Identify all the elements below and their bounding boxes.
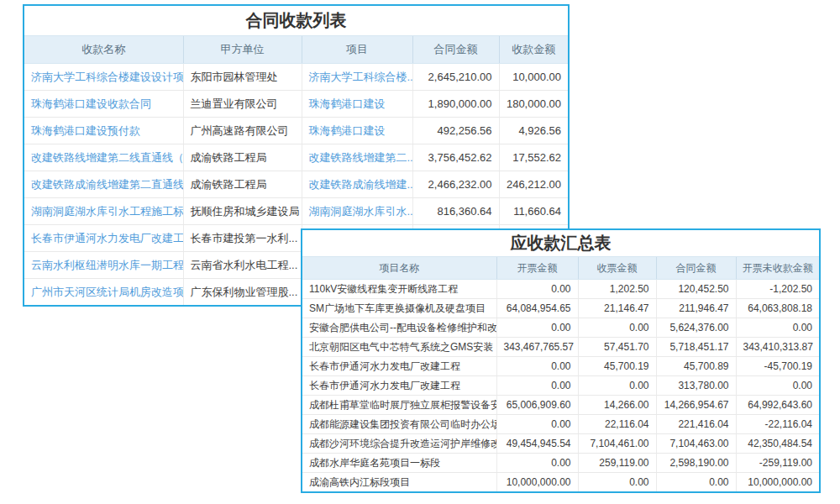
table-row: 北京朝阳区电气中芯特气系统之GMS安装343,467,765.5757,451.…	[302, 338, 819, 357]
table-cell: 0.00	[578, 473, 656, 492]
table-cell: 改建铁路线增建第二线直通线（...	[24, 144, 183, 171]
cell-link[interactable]: 改建铁路线增建第二线直通线（...	[31, 151, 183, 164]
receivables-summary-table: 项目名称 开票金额 收票金额 合同金额 开票未收款金额 110kV安徽线程集变开…	[302, 256, 819, 491]
table-cell: 14,266,954.67	[656, 396, 736, 415]
table-cell: 22,116.04	[578, 415, 656, 434]
column-header-invoiced-unpaid-amount: 开票未收款金额	[736, 257, 819, 280]
table-cell: 11,660.64	[499, 198, 568, 225]
column-header-contract-amount: 合同金额	[656, 257, 736, 280]
contract-table-title: 合同收款列表	[24, 6, 568, 35]
cell-link[interactable]: 济南大学工科综合楼建设设计项...	[31, 71, 183, 83]
summary-table-title: 应收款汇总表	[302, 230, 819, 256]
table-cell: 2,645,210.00	[412, 64, 499, 91]
table-row: 安徽合肥供电公司--配电设备检修维护和改造0.000.005,624,376.0…	[302, 318, 819, 338]
table-cell: 云南省水利水电工程...	[183, 252, 302, 279]
table-row: 济南大学工科综合楼建设设计项...东阳市园林管理处济南大学工科综合楼...2,6…	[24, 64, 568, 91]
cell-link[interactable]: 湖南洞庭湖水库引水...	[309, 205, 413, 218]
table-cell: 49,454,945.54	[496, 434, 578, 454]
table-row: 珠海鹤港口建设收款合同兰迪置业有限公司珠海鹤港口建设1,890,000.0018…	[24, 91, 568, 118]
table-cell: 10,000,000.00	[736, 473, 819, 492]
table-cell: 成渝铁路工程局	[183, 144, 302, 171]
table-row: 长春市伊通河水力发电厂改建工程0.000.00313,780.000.00	[302, 376, 819, 396]
cell-link[interactable]: 湖南洞庭湖水库引水工程施工标...	[31, 205, 183, 218]
cell-link[interactable]: 珠海鹤港口建设	[309, 124, 386, 137]
table-cell: 1,890,000.00	[412, 91, 499, 118]
cell-link[interactable]: 云南水利枢纽潜明水库一期工程...	[31, 259, 183, 271]
table-cell: 10,000,000.00	[496, 473, 578, 492]
table-cell: 东阳市园林管理处	[183, 64, 302, 91]
table-cell: 65,006,909.60	[496, 396, 578, 415]
table-cell: 珠海鹤港口建设预付款	[24, 118, 183, 144]
cell-link[interactable]: 改建铁路成渝线增建第二直通线...	[31, 178, 183, 191]
table-cell: 313,780.00	[656, 376, 736, 396]
table-cell: 5,718,451.17	[656, 338, 736, 357]
table-cell: -1,202.50	[736, 280, 819, 299]
column-header-received-invoice-amount: 收票金额	[578, 257, 656, 280]
table-cell: 42,350,484.54	[736, 434, 819, 454]
table-cell: 120,452.50	[656, 280, 736, 299]
table-cell: 57,451.70	[578, 338, 656, 357]
column-header-receipt-name: 收款名称	[24, 36, 183, 64]
table-cell: 816,360.64	[412, 198, 499, 225]
table-cell: 0.00	[656, 473, 736, 492]
table-cell: 成都能源建设集团投资有限公司临时办公场所...	[302, 415, 496, 434]
table-cell: 济南大学工科综合楼...	[302, 64, 412, 91]
table-cell: 北京朝阳区电气中芯特气系统之GMS安装	[302, 338, 496, 357]
table-cell: SM广场地下车库更换摄像机及硬盘项目	[302, 299, 496, 318]
column-header-invoiced-amount: 开票金额	[496, 257, 578, 280]
header-row: 项目名称 开票金额 收票金额 合同金额 开票未收款金额	[302, 257, 819, 280]
table-cell: 成都沙河环境综合提升改造运河护岸维修改造	[302, 434, 496, 454]
table-cell: 济南大学工科综合楼建设设计项...	[24, 64, 183, 91]
table-cell: -45,700.19	[736, 357, 819, 376]
table-row: 成都沙河环境综合提升改造运河护岸维修改造49,454,945.547,104,4…	[302, 434, 819, 454]
table-cell: 成都水岸华庭名苑项目一标段	[302, 454, 496, 473]
table-cell: 成渝铁路工程局	[183, 171, 302, 198]
cell-link[interactable]: 长春市伊通河水力发电厂改建工...	[31, 232, 183, 244]
table-cell: 长春市伊通河水力发电厂改建工...	[24, 225, 183, 252]
table-row: 珠海鹤港口建设预付款广州高速路有限公司珠海鹤港口建设492,256.564,92…	[24, 118, 568, 144]
table-cell: 0.00	[736, 318, 819, 338]
table-cell: 0.00	[496, 357, 578, 376]
cell-link[interactable]: 珠海鹤港口建设收款合同	[31, 97, 151, 110]
table-cell: 259,119.00	[578, 454, 656, 473]
table-cell: 改建铁路成渝线增建...	[302, 171, 412, 198]
table-cell: 180,000.00	[499, 91, 568, 118]
receivables-summary-panel: 应收款汇总表 项目名称 开票金额 收票金额 合同金额 开票未收款金额 110kV…	[301, 228, 821, 493]
table-cell: 珠海鹤港口建设收款合同	[24, 91, 183, 118]
table-cell: 广州高速路有限公司	[183, 118, 302, 144]
table-row: 成都能源建设集团投资有限公司临时办公场所...0.0022,116.04221,…	[302, 415, 819, 434]
column-header-project: 项目	[302, 36, 412, 64]
column-header-receipt-amount: 收款金额	[499, 36, 568, 64]
table-cell: 改建铁路成渝线增建第二直通线...	[24, 171, 183, 198]
table-row: 成渝高铁内江标段项目10,000,000.000.000.0010,000,00…	[302, 473, 819, 492]
table-cell: 0.00	[578, 318, 656, 338]
cell-link[interactable]: 广州市天河区统计局机房改造项...	[31, 286, 183, 298]
table-cell: 4,926.56	[499, 118, 568, 144]
table-cell: 长春市建投第一水利...	[183, 225, 302, 252]
table-row: 改建铁路线增建第二线直通线（...成渝铁路工程局改建铁路线增建第二...3,75…	[24, 144, 568, 171]
table-cell: 7,104,463.00	[656, 434, 736, 454]
table-cell: 2,598,190.00	[656, 454, 736, 473]
table-cell: 110kV安徽线程集变开断线路工程	[302, 280, 496, 299]
table-cell: 0.00	[496, 415, 578, 434]
table-cell: 5,624,376.00	[656, 318, 736, 338]
table-cell: 64,992,643.60	[736, 396, 819, 415]
cell-link[interactable]: 珠海鹤港口建设预付款	[31, 124, 140, 137]
cell-link[interactable]: 改建铁路成渝线增建...	[309, 178, 413, 191]
cell-link[interactable]: 改建铁路线增建第二...	[309, 151, 413, 164]
table-cell: 湖南洞庭湖水库引水...	[302, 198, 412, 225]
table-cell: 1,202.50	[578, 280, 656, 299]
table-cell: 211,946.47	[656, 299, 736, 318]
cell-link[interactable]: 济南大学工科综合楼...	[309, 71, 413, 83]
table-cell: 广州市天河区统计局机房改造项...	[24, 279, 183, 306]
table-cell: 珠海鹤港口建设	[302, 91, 412, 118]
table-cell: 14,266.00	[578, 396, 656, 415]
table-cell: 3,756,452.62	[412, 144, 499, 171]
column-header-contract-amount: 合同金额	[412, 36, 499, 64]
table-cell: 64,084,954.65	[496, 299, 578, 318]
table-cell: 安徽合肥供电公司--配电设备检修维护和改造	[302, 318, 496, 338]
table-cell: 45,700.89	[656, 357, 736, 376]
column-header-party-a-unit: 甲方单位	[183, 36, 302, 64]
cell-link[interactable]: 珠海鹤港口建设	[309, 97, 386, 110]
table-cell: 221,416.04	[656, 415, 736, 434]
